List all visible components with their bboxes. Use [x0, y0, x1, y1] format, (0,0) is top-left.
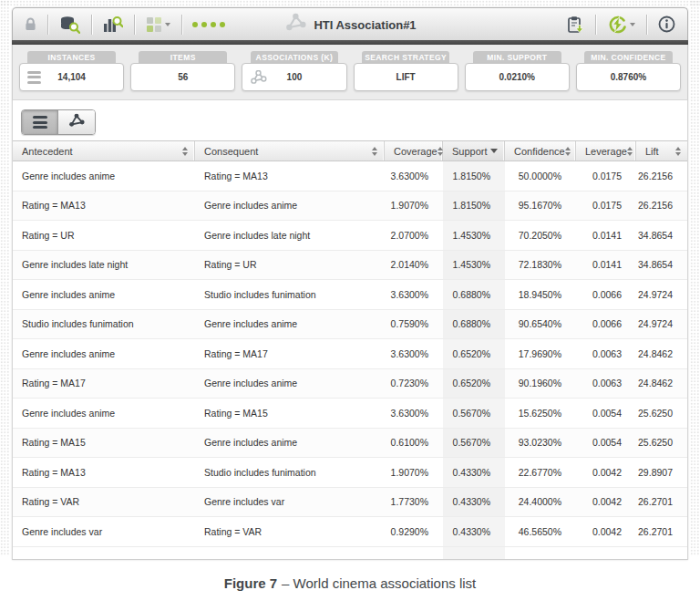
stat-value: LIFT	[354, 63, 458, 91]
consequent-cell: Rating = UR	[195, 251, 385, 280]
coverage-cell: 3.6300%	[385, 339, 443, 368]
table-row[interactable]: Genre includes animeRating = MA173.6300%…	[13, 339, 687, 369]
toolbar-divider	[595, 15, 596, 35]
chart-search-icon[interactable]	[100, 16, 126, 34]
column-header-coverage[interactable]: Coverage	[385, 141, 443, 161]
figure-border-texture	[690, 0, 700, 556]
network-icon	[67, 113, 86, 132]
empty-cell	[576, 547, 636, 559]
table-row[interactable]: Genre includes animeStudio includes funi…	[13, 280, 687, 310]
confidence-cell: 50.0000%	[505, 161, 576, 191]
toolbar-divider	[47, 15, 48, 35]
confidence-cell: 24.4000%	[505, 488, 576, 517]
lift-cell: 24.9724	[636, 310, 687, 339]
leverage-cell: 0.0141	[576, 251, 636, 280]
table-row[interactable]: Rating = MA15Genre includes anime0.6100%…	[13, 429, 687, 459]
coverage-cell: 3.6300%	[385, 399, 443, 428]
table-row[interactable]: Genre includes animeRating = MA153.6300%…	[13, 399, 687, 429]
table-row[interactable]: Rating = MA13Genre includes anime1.9070%…	[13, 192, 687, 222]
lift-cell: 26.2701	[636, 488, 687, 517]
consequent-cell: Genre includes anime	[195, 429, 385, 458]
column-header-support[interactable]: Support	[443, 141, 505, 161]
tiles-dropdown-icon[interactable]	[143, 16, 173, 33]
toolbar-right-group	[563, 15, 678, 35]
stat-card-items: ITEMS 56	[130, 51, 235, 91]
confidence-cell: 46.5650%	[505, 517, 576, 546]
table-row[interactable]: Genre includes late nightRating = UR2.01…	[13, 251, 687, 281]
leverage-cell: 0.0054	[576, 429, 636, 458]
leverage-cell: 0.0066	[576, 310, 636, 339]
lift-cell: 34.8654	[636, 251, 687, 280]
sort-icon	[182, 147, 188, 156]
lock-icon[interactable]	[22, 17, 39, 31]
antecedent-cell: Genre includes anime	[13, 280, 195, 309]
consequent-cell: Genre includes anime	[195, 310, 385, 339]
table-row[interactable]: Rating = MA17Genre includes anime0.7230%…	[13, 369, 687, 399]
info-icon[interactable]	[655, 16, 678, 33]
column-header-leverage[interactable]: Leverage	[576, 141, 636, 161]
lift-cell: 29.8907	[636, 458, 687, 487]
table-header: Antecedent Consequent Coverage Support C…	[13, 140, 687, 161]
empty-cell	[385, 547, 443, 559]
stat-value: 56	[130, 63, 235, 91]
leverage-cell: 0.0175	[576, 192, 636, 221]
tab-network-view[interactable]	[58, 110, 95, 134]
stat-value: 100	[242, 63, 346, 91]
table-row[interactable]: Studio includes funimationGenre includes…	[13, 310, 687, 340]
coverage-cell: 1.9070%	[385, 192, 443, 221]
support-cell: 0.6880%	[443, 280, 505, 309]
table-row[interactable]: Rating = VARGenre includes var1.7730%0.4…	[13, 488, 687, 518]
support-cell: 0.4330%	[443, 488, 505, 517]
antecedent-cell: Genre includes var	[13, 517, 195, 546]
network-icon	[283, 13, 307, 36]
stat-value: 14,104	[19, 63, 124, 91]
column-header-consequent[interactable]: Consequent	[195, 141, 385, 161]
empty-cell	[443, 547, 505, 559]
leverage-cell: 0.0054	[576, 399, 636, 428]
table-row[interactable]: Rating = MA13Studio includes funimation1…	[13, 458, 687, 488]
leverage-cell: 0.0066	[576, 280, 636, 309]
antecedent-cell: Rating = MA13	[13, 458, 195, 487]
figure-border-texture	[0, 0, 10, 556]
consequent-cell: Genre includes anime	[195, 192, 385, 221]
coverage-cell: 1.9070%	[385, 458, 443, 487]
sort-icon	[490, 149, 498, 153]
menu-icon	[27, 71, 41, 84]
antecedent-cell: Studio includes funimation	[13, 310, 195, 339]
consequent-cell: Studio includes funimation	[195, 458, 385, 487]
column-header-antecedent[interactable]: Antecedent	[13, 141, 195, 161]
consequent-cell: Rating = MA17	[195, 339, 385, 368]
data-search-icon[interactable]	[57, 16, 83, 34]
export-report-icon[interactable]	[563, 16, 587, 34]
lift-cell: 24.8462	[636, 369, 687, 399]
toolbar-divider	[646, 15, 647, 35]
leverage-cell: 0.0042	[576, 517, 636, 546]
support-cell: 0.5670%	[443, 399, 505, 428]
antecedent-cell: Rating = MA17	[13, 369, 195, 399]
table-row[interactable]: Genre includes animeRating = MA133.6300%…	[13, 161, 687, 192]
column-header-lift[interactable]: Lift	[636, 141, 687, 161]
run-icon[interactable]	[604, 16, 638, 34]
leverage-cell: 0.0063	[576, 339, 636, 368]
sort-icon	[565, 147, 571, 156]
column-header-confidence[interactable]: Confidence	[505, 141, 576, 161]
support-cell: 0.6520%	[443, 339, 505, 368]
table-row[interactable]: Genre includes varRating = VAR0.9290%0.4…	[13, 517, 687, 547]
support-cell: 1.8150%	[443, 161, 505, 191]
table-filler-row	[13, 547, 687, 559]
tab-list-view[interactable]	[22, 110, 58, 134]
consequent-cell: Genre includes late night	[195, 221, 385, 250]
lift-cell: 26.2701	[636, 517, 687, 546]
lift-cell: 24.9724	[636, 280, 687, 309]
stat-card-search-strategy: SEARCH STRATEGY LIFT	[354, 51, 458, 91]
support-cell: 0.6520%	[443, 369, 505, 399]
support-cell: 1.8150%	[443, 192, 505, 221]
support-cell: 1.4530%	[443, 221, 505, 250]
antecedent-cell: Genre includes late night	[13, 251, 195, 280]
toolbar-divider	[181, 15, 182, 35]
sort-icon	[627, 147, 633, 156]
table-row[interactable]: Rating = URGenre includes late night2.07…	[13, 221, 687, 251]
lift-cell: 26.2156	[636, 192, 687, 221]
stat-value: 0.0210%	[465, 63, 570, 91]
confidence-cell: 70.2050%	[505, 221, 576, 250]
